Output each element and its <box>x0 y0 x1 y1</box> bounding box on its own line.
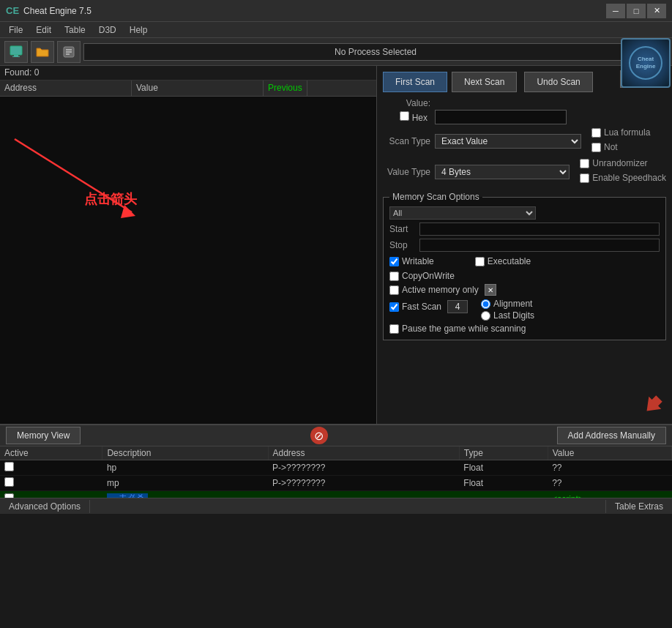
svg-rect-1 <box>14 55 18 56</box>
row-value: ?? <box>548 460 671 476</box>
active-memory-checkbox[interactable] <box>389 285 399 295</box>
row-active-checkbox[interactable] <box>4 462 14 471</box>
hex-checkbox[interactable] <box>400 111 409 121</box>
lua-formula-row: Lua formula <box>591 127 650 138</box>
svg-rect-4 <box>66 49 72 51</box>
stop-label: Stop <box>389 240 415 250</box>
executable-label: Executable <box>488 256 531 266</box>
open-process-button[interactable] <box>4 41 28 63</box>
copy-on-write-checkbox[interactable] <box>389 272 399 281</box>
table-row[interactable]: hp P->???????? Float ?? <box>0 460 672 476</box>
lua-formula-checkbox[interactable] <box>591 128 601 138</box>
writable-executable-row: Writable Executable <box>389 255 660 268</box>
value-type-label: Value Type <box>383 167 430 177</box>
ce-logo-graphic: Cheat Engine <box>627 45 664 81</box>
found-count: Found: 0 <box>4 67 39 78</box>
active-memory-label: Active memory only <box>402 285 479 295</box>
row-type <box>459 491 548 498</box>
stop-scan-button[interactable]: ⊘ <box>310 427 328 444</box>
unrandomizer-row: Unrandomizer <box>580 158 666 168</box>
settings-small-button[interactable] <box>57 41 81 63</box>
fast-scan-value-input[interactable] <box>447 300 468 313</box>
svg-marker-12 <box>641 393 665 416</box>
maximize-button[interactable]: □ <box>627 4 646 18</box>
right-panel: First Scan Next Scan Undo Scan Settings … <box>377 66 672 424</box>
title-bar-title: Cheat Engine 7.5 <box>23 6 92 16</box>
table-row[interactable]: mp P->???????? Float ?? <box>0 476 672 491</box>
results-header: Address Value Previous <box>0 81 376 97</box>
not-checkbox[interactable] <box>591 143 601 152</box>
scan-type-select[interactable]: Exact Value Bigger than... Smaller than.… <box>435 134 581 149</box>
menu-d3d[interactable]: D3D <box>93 23 122 37</box>
stop-row: Stop 00007fffffffffff <box>389 239 660 252</box>
value-input[interactable] <box>435 110 567 124</box>
status-bar: Advanced Options Table Extras <box>0 498 672 514</box>
menu-file[interactable]: File <box>3 23 29 37</box>
address-table-container[interactable]: Active Description Address Type Value hp… <box>0 446 672 498</box>
memory-view-bar: Memory View ⊘ Add Address Manually <box>0 425 672 446</box>
writable-label: Writable <box>402 256 434 266</box>
stop-input[interactable]: 00007fffffffffff <box>419 239 660 252</box>
pause-game-checkbox[interactable] <box>389 324 399 334</box>
address-table-body: hp P->???????? Float ?? mp P->???????? F… <box>0 460 672 498</box>
writable-checkbox[interactable] <box>389 257 399 266</box>
alignment-radio[interactable] <box>481 299 490 309</box>
undo-scan-button[interactable]: Undo Scan <box>524 72 592 92</box>
col-header-previous: Previous <box>264 81 307 96</box>
fast-scan-row: Fast Scan <box>389 300 468 313</box>
folder-button[interactable] <box>31 41 54 63</box>
table-extras-button[interactable]: Table Extras <box>605 500 672 513</box>
start-input[interactable]: 0000000000000000 <box>419 223 660 236</box>
row-active-checkbox[interactable] <box>4 493 14 498</box>
not-row: Not <box>591 142 650 152</box>
advanced-options-button[interactable]: Advanced Options <box>0 500 90 513</box>
results-list[interactable] <box>0 97 376 424</box>
first-scan-button[interactable]: First Scan <box>383 72 447 92</box>
executable-checkbox[interactable] <box>475 257 485 266</box>
start-label: Start <box>389 224 415 234</box>
row-active <box>0 476 102 491</box>
speedhack-checkbox[interactable] <box>580 173 589 183</box>
value-type-select[interactable]: 4 Bytes Byte 2 Bytes 8 Bytes Float Doubl… <box>435 165 570 179</box>
table-row[interactable]: 一击必杀 <script> <box>0 491 672 498</box>
last-digits-radio[interactable] <box>481 311 490 321</box>
svg-rect-5 <box>66 51 72 53</box>
address-table: Active Description Address Type Value hp… <box>0 446 672 498</box>
minimize-button[interactable]: ─ <box>606 4 625 18</box>
add-address-button[interactable]: Add Address Manually <box>557 427 666 444</box>
fast-scan-label: Fast Scan <box>402 302 441 312</box>
unrandomizer-checkbox[interactable] <box>580 159 589 168</box>
fast-scan-checkbox[interactable] <box>389 302 399 312</box>
process-selector[interactable]: No Process Selected <box>83 43 668 61</box>
alignment-group: Alignment Last Digits <box>481 299 534 321</box>
menu-edit[interactable]: Edit <box>30 23 57 37</box>
left-panel: Found: 0 Address Value Previous 点击箭头 <box>0 66 377 424</box>
executable-row: Executable <box>475 256 531 266</box>
col-type: Type <box>459 446 548 460</box>
row-type: Float <box>459 460 548 476</box>
copy-on-write-label: CopyOnWrite <box>402 271 455 281</box>
folder-icon <box>35 45 50 59</box>
row-value: ?? <box>548 476 671 491</box>
next-scan-button[interactable]: Next Scan <box>452 72 517 92</box>
menu-table[interactable]: Table <box>59 23 92 37</box>
alignment-label: Alignment <box>493 299 532 309</box>
menu-help[interactable]: Help <box>124 23 154 37</box>
active-memory-x-button[interactable]: ✕ <box>485 284 496 296</box>
memory-view-button[interactable]: Memory View <box>6 427 81 444</box>
red-arrow-indicator <box>641 393 665 416</box>
ce-logo: Cheat Engine <box>621 38 671 88</box>
last-digits-label: Last Digits <box>493 310 534 321</box>
scan-type-row: Scan Type Exact Value Bigger than... Sma… <box>383 127 666 155</box>
close-button[interactable]: ✕ <box>647 4 666 18</box>
pause-game-label: Pause the game while scanning <box>402 324 526 334</box>
row-active-checkbox[interactable] <box>4 477 14 487</box>
active-memory-row: Active memory only ✕ <box>389 284 660 296</box>
col-value: Value <box>548 446 671 460</box>
region-select[interactable]: All <box>389 206 536 220</box>
col-header-address: Address <box>0 81 132 96</box>
title-bar-controls: ─ □ ✕ <box>606 4 666 18</box>
copy-on-write-row: CopyOnWrite <box>389 271 660 281</box>
col-address: Address <box>268 446 459 460</box>
unrandomizer-label: Unrandomizer <box>592 158 647 168</box>
